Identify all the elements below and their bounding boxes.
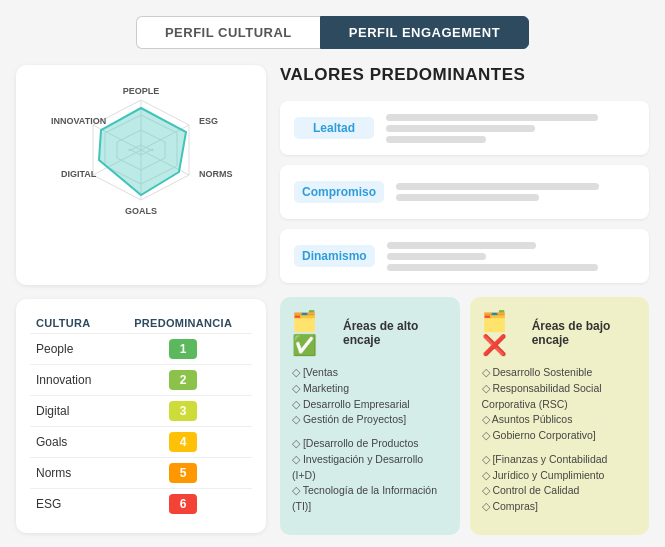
culture-table-card: CULTURA PREDOMINANCIA People1Innovation2… xyxy=(16,299,266,533)
encaje-bajo-item-3: Asuntos Públicos xyxy=(482,412,638,428)
encaje-bajo-group-2: [Finanzas y Contabilidad Jurídico y Cump… xyxy=(482,452,638,515)
rank-badge: 3 xyxy=(169,401,197,421)
tab-perfil-engagement[interactable]: PERFIL ENGAGEMENT xyxy=(320,16,529,49)
svg-text:NORMS: NORMS xyxy=(199,169,233,179)
encaje-alto-item-5: [Desarrollo de Productos xyxy=(292,436,448,452)
culture-rank: 1 xyxy=(114,334,252,365)
table-row: Norms5 xyxy=(30,458,252,489)
culture-name: Digital xyxy=(30,396,114,427)
culture-name: People xyxy=(30,334,114,365)
encaje-alto-item-7: Tecnología de la Información (TI)] xyxy=(292,483,448,515)
table-row: Innovation2 xyxy=(30,365,252,396)
value-card-compromiso: Compromiso xyxy=(280,165,649,219)
bar-1 xyxy=(387,242,536,249)
value-bars-compromiso xyxy=(396,183,635,201)
encaje-bajo-item-5: [Finanzas y Contabilidad xyxy=(482,452,638,468)
encaje-alto-header: 🗂️✅ Áreas de alto encaje xyxy=(292,309,448,357)
bar-2 xyxy=(386,125,535,132)
encaje-bajo-card: 🗂️❌ Áreas de bajo encaje Desarrollo Sost… xyxy=(470,297,650,535)
culture-name: Norms xyxy=(30,458,114,489)
value-label-dinamismo: Dinamismo xyxy=(294,245,375,267)
culture-rank: 2 xyxy=(114,365,252,396)
svg-marker-7 xyxy=(99,108,186,195)
encaje-bajo-item-1: Desarrollo Sostenible xyxy=(482,365,638,381)
bar-2 xyxy=(387,253,486,260)
encaje-bajo-item-4: Gobierno Corporativo] xyxy=(482,428,638,444)
valores-title: VALORES PREDOMINANTES xyxy=(280,65,649,85)
culture-rank: 4 xyxy=(114,427,252,458)
value-bars-dinamismo xyxy=(387,242,635,271)
bar-1 xyxy=(396,183,599,190)
culture-rank: 5 xyxy=(114,458,252,489)
encaje-alto-group-1: [Ventas Marketing Desarrollo Empresarial… xyxy=(292,365,448,428)
value-card-dinamismo: Dinamismo xyxy=(280,229,649,283)
culture-rank: 6 xyxy=(114,489,252,520)
culture-table: CULTURA PREDOMINANCIA People1Innovation2… xyxy=(30,313,252,519)
culture-name: Goals xyxy=(30,427,114,458)
encaje-bajo-item-8: Compras] xyxy=(482,499,638,515)
table-row: Goals4 xyxy=(30,427,252,458)
svg-text:INNOVATION: INNOVATION xyxy=(51,116,106,126)
culture-name: ESG xyxy=(30,489,114,520)
main-grid: PEOPLE ESG NORMS GOALS DIGITAL INNOVATIO… xyxy=(16,65,649,535)
encaje-bajo-header: 🗂️❌ Áreas de bajo encaje xyxy=(482,309,638,357)
encaje-alto-item-3: Desarrollo Empresarial xyxy=(292,397,448,413)
encaje-alto-card: 🗂️✅ Áreas de alto encaje [Ventas Marketi… xyxy=(280,297,460,535)
table-row: People1 xyxy=(30,334,252,365)
radar-chart: PEOPLE ESG NORMS GOALS DIGITAL INNOVATIO… xyxy=(41,80,241,270)
bar-3 xyxy=(387,264,598,271)
value-card-lealtad: Lealtad xyxy=(280,101,649,155)
encaje-bajo-title: Áreas de bajo encaje xyxy=(532,319,637,347)
left-column: PEOPLE ESG NORMS GOALS DIGITAL INNOVATIO… xyxy=(16,65,266,535)
rank-badge: 4 xyxy=(169,432,197,452)
svg-text:PEOPLE: PEOPLE xyxy=(123,86,160,96)
radar-card: PEOPLE ESG NORMS GOALS DIGITAL INNOVATIO… xyxy=(16,65,266,285)
encaje-bajo-item-2: Responsabilidad Social Corporativa (RSC) xyxy=(482,381,638,413)
svg-text:ESG: ESG xyxy=(199,116,218,126)
rank-badge: 2 xyxy=(169,370,197,390)
svg-text:DIGITAL: DIGITAL xyxy=(61,169,97,179)
encaje-alto-item-1: [Ventas xyxy=(292,365,448,381)
table-row: ESG6 xyxy=(30,489,252,520)
bar-2 xyxy=(396,194,539,201)
rank-badge: 1 xyxy=(169,339,197,359)
encaje-bajo-group-1: Desarrollo Sostenible Responsabilidad So… xyxy=(482,365,638,444)
encaje-alto-item-6: Investigación y Desarrollo (I+D) xyxy=(292,452,448,484)
value-bars-lealtad xyxy=(386,114,635,143)
encaje-alto-item-4: Gestión de Proyectos] xyxy=(292,412,448,428)
rank-badge: 6 xyxy=(169,494,197,514)
table-row: Digital3 xyxy=(30,396,252,427)
right-column: VALORES PREDOMINANTES Lealtad Compromiso xyxy=(280,65,649,535)
encaje-alto-group-2: [Desarrollo de Productos Investigación y… xyxy=(292,436,448,515)
col-predominancia: PREDOMINANCIA xyxy=(114,313,252,334)
encaje-alto-icon: 🗂️✅ xyxy=(292,309,337,357)
encaje-row: 🗂️✅ Áreas de alto encaje [Ventas Marketi… xyxy=(280,297,649,535)
encaje-alto-title: Áreas de alto encaje xyxy=(343,319,447,347)
rank-badge: 5 xyxy=(169,463,197,483)
bar-3 xyxy=(386,136,486,143)
svg-text:GOALS: GOALS xyxy=(125,206,157,216)
culture-rank: 3 xyxy=(114,396,252,427)
encaje-bajo-item-6: Jurídico y Cumplimiento xyxy=(482,468,638,484)
col-cultura: CULTURA xyxy=(30,313,114,334)
encaje-bajo-icon: 🗂️❌ xyxy=(482,309,526,357)
culture-name: Innovation xyxy=(30,365,114,396)
bar-1 xyxy=(386,114,598,121)
value-label-lealtad: Lealtad xyxy=(294,117,374,139)
encaje-bajo-item-7: Control de Calidad xyxy=(482,483,638,499)
encaje-alto-item-2: Marketing xyxy=(292,381,448,397)
tab-bar: PERFIL CULTURAL PERFIL ENGAGEMENT xyxy=(123,16,543,49)
page-container: PERFIL CULTURAL PERFIL ENGAGEMENT xyxy=(0,0,665,547)
tab-perfil-cultural[interactable]: PERFIL CULTURAL xyxy=(136,16,320,49)
value-label-compromiso: Compromiso xyxy=(294,181,384,203)
